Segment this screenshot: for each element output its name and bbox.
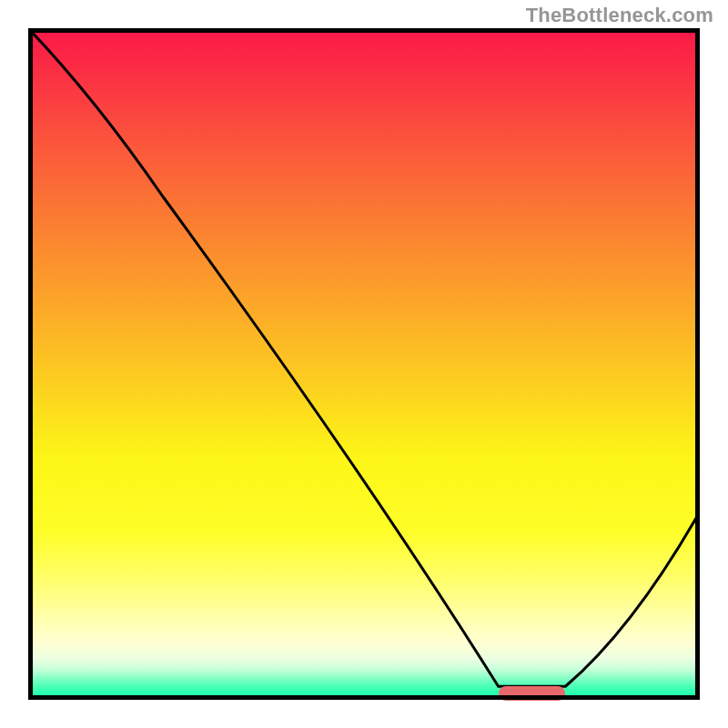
attribution-text: TheBottleneck.com [526,4,713,27]
bottleneck-chart: TheBottleneck.com [0,0,728,728]
plot-area [28,28,700,700]
gradient-background [28,28,700,700]
optimal-range-marker [499,686,566,701]
